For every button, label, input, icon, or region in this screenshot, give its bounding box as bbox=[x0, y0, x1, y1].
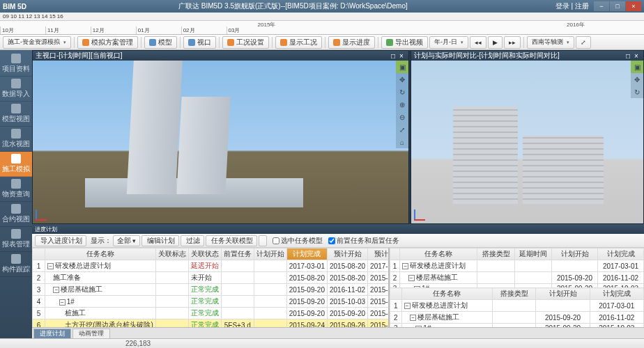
zoom-out-icon[interactable]: ⊖ bbox=[396, 111, 408, 123]
orbit-tool-icon[interactable]: ↻ bbox=[631, 86, 643, 98]
play-prev-button[interactable]: ◂◂ bbox=[470, 36, 486, 49]
col-header[interactable]: 计划开始 bbox=[552, 248, 598, 260]
col-header[interactable]: 任务名称 bbox=[401, 288, 492, 300]
table-row[interactable]: 2 −楼层基础施工2015-09-202016-11-02 bbox=[390, 312, 644, 324]
sidebar-item-构件跟踪[interactable]: 构件跟踪 bbox=[0, 252, 32, 277]
pan-tool-icon[interactable]: ✥ bbox=[631, 73, 643, 86]
zoom-in-icon[interactable]: ⊕ bbox=[396, 98, 408, 111]
table-row[interactable]: 5 桩施工正常完成2015-09-202015-09-202015-09-202… bbox=[33, 308, 390, 319]
sidebar-item-合约视图[interactable]: 合约视图 bbox=[0, 202, 32, 227]
table-row[interactable]: 3 −楼层基础施工正常完成2015-09-202016-11-022015-09… bbox=[33, 284, 390, 296]
minimize-button[interactable]: − bbox=[594, 1, 609, 11]
sidebar-item-报表管理[interactable]: 报表管理 bbox=[0, 227, 32, 252]
tree-toggle-icon[interactable]: − bbox=[410, 315, 416, 321]
date-format-combo[interactable]: 年-月-日 bbox=[429, 36, 468, 49]
table-row[interactable]: 4 −1#正常完成2015-09-202015-10-032015-09-202… bbox=[33, 296, 390, 308]
viewport-close-icon[interactable]: × bbox=[397, 52, 406, 60]
fullscreen-button[interactable]: ⤢ bbox=[576, 36, 591, 49]
col-header[interactable]: 计划开始 bbox=[536, 288, 590, 300]
module-icon bbox=[11, 54, 21, 63]
sidebar-item-项目资料[interactable]: 项目资料 bbox=[0, 52, 32, 77]
show-schedule-button[interactable]: 显示进度 bbox=[328, 36, 375, 49]
col-header[interactable]: 计划完成 bbox=[286, 248, 327, 260]
select-tool-icon[interactable]: ▣ bbox=[396, 61, 408, 73]
export-icon bbox=[386, 39, 393, 46]
sidebar-item-流水视图[interactable]: 流水视图 bbox=[0, 127, 32, 152]
tree-toggle-icon[interactable]: − bbox=[59, 299, 66, 306]
refresh-button[interactable] bbox=[259, 235, 267, 246]
tree-toggle-icon[interactable]: − bbox=[402, 263, 408, 269]
col-header[interactable]: 计划完成 bbox=[598, 248, 644, 260]
table-row[interactable]: 6 土方开挖(周边承台桩头破除)正常完成5FS+3 d2015-09-24201… bbox=[33, 319, 390, 328]
col-header[interactable]: 延期时间 bbox=[514, 248, 551, 260]
view-angle-combo[interactable]: 西南等轴测 bbox=[527, 36, 574, 49]
zoom-fit-icon[interactable]: ⤢ bbox=[396, 123, 408, 136]
tree-toggle-icon[interactable]: − bbox=[408, 275, 415, 281]
main-viewport[interactable]: 主视口-[计划时间][当前视口]□× ▣ ✥ ↻ ⊕ ⊖ ⤢ bbox=[32, 50, 409, 224]
col-header[interactable]: 关联标志 bbox=[155, 248, 188, 260]
col-header[interactable]: 任务名称 bbox=[400, 248, 477, 260]
login-link[interactable]: 登录 | 注册 bbox=[555, 1, 589, 11]
selected-task-checkbox[interactable]: 选中任务模型 bbox=[273, 236, 323, 246]
schedule-table[interactable]: 任务名称关联标志关联状态前置任务计划开始计划完成预计开始预计完成实际1−研发楼总… bbox=[32, 248, 390, 327]
table-row[interactable]: 1−研发楼总进度计划延迟开始2017-03-012015-08-202017-0… bbox=[33, 260, 390, 272]
viewport-max-icon[interactable]: □ bbox=[624, 52, 632, 60]
sidebar-item-施工模拟[interactable]: 施工模拟 bbox=[0, 152, 32, 177]
show-filter-combo[interactable]: 全部 ▾ bbox=[113, 235, 140, 246]
col-header[interactable] bbox=[390, 248, 400, 260]
home-view-icon[interactable]: ⌂ bbox=[396, 136, 408, 148]
workset-button[interactable]: 工况设置 bbox=[222, 36, 269, 49]
sidebar-item-数据导入[interactable]: 数据导入 bbox=[0, 77, 32, 102]
tree-toggle-icon[interactable]: − bbox=[47, 263, 54, 269]
close-button[interactable]: × bbox=[626, 1, 641, 11]
viewport-close-icon[interactable]: × bbox=[632, 52, 641, 60]
axis-gizmo[interactable] bbox=[414, 207, 428, 221]
select-tool-icon[interactable]: ▣ bbox=[631, 61, 643, 73]
schedule-section-header: 进度计划 bbox=[32, 224, 644, 234]
viewport-max-icon[interactable]: □ bbox=[389, 52, 397, 60]
table-row[interactable]: 2 施工准备未开始2015-08-202015-08-202015-08-20 bbox=[33, 272, 390, 284]
pan-tool-icon[interactable]: ✥ bbox=[396, 73, 408, 86]
tab-schedule[interactable]: 进度计划 bbox=[33, 329, 71, 338]
axis-gizmo[interactable] bbox=[36, 207, 49, 221]
compare-viewport[interactable]: 计划与实际时间对比-[计划时间和实际时间对比]□× ▣ ✥ ↻ bbox=[411, 50, 644, 224]
maximize-button[interactable]: □ bbox=[610, 1, 625, 11]
tree-toggle-icon[interactable]: − bbox=[53, 287, 59, 293]
tab-animation[interactable]: 动画管理 bbox=[72, 329, 110, 338]
sidebar-item-模型视图[interactable]: 模型视图 bbox=[0, 102, 32, 127]
sim-plan-button[interactable]: 模拟方案管理 bbox=[77, 36, 138, 49]
filter-button[interactable]: 过滤 bbox=[181, 235, 204, 246]
play-button[interactable]: ▶ bbox=[488, 36, 503, 49]
col-header[interactable]: 预计完成 bbox=[368, 248, 390, 260]
sidebar-item-物资查询[interactable]: 物资查询 bbox=[0, 177, 32, 202]
table-row[interactable]: 1−研发楼总进度计划2017-03-01 bbox=[390, 260, 644, 272]
sim-mode-combo[interactable]: 施工-资金资源模拟 bbox=[3, 36, 71, 49]
tree-toggle-icon[interactable]: − bbox=[404, 303, 411, 309]
import-plan-button[interactable]: 导入进度计划 bbox=[35, 235, 86, 246]
col-header[interactable]: 前置任务 bbox=[221, 248, 254, 260]
predecessor-checkbox[interactable]: 前置任务和后置任务 bbox=[328, 236, 399, 246]
link-model-button[interactable]: 任务关联模型 bbox=[206, 235, 257, 246]
col-header[interactable]: 搭接类型 bbox=[477, 248, 514, 260]
date-picker-strip[interactable]: 09 10 11 12 13 14 15 16 bbox=[0, 13, 644, 21]
table-row[interactable]: 2 −楼层基础施工2015-09-202016-11-02 bbox=[390, 272, 644, 284]
col-header[interactable]: 任务名称 bbox=[45, 248, 156, 260]
play-next-button[interactable]: ▸▸ bbox=[504, 36, 521, 49]
col-header[interactable]: 搭接类型 bbox=[492, 288, 535, 300]
table-row[interactable]: 1−研发楼总进度计划2017-03-01 bbox=[390, 300, 644, 312]
edit-plan-button[interactable]: 编辑计划 bbox=[141, 235, 179, 246]
col-header[interactable] bbox=[390, 288, 402, 300]
col-header[interactable] bbox=[33, 248, 45, 260]
show-work-button[interactable]: 显示工况 bbox=[275, 36, 322, 49]
col-header[interactable]: 关联状态 bbox=[188, 248, 221, 260]
timeline-ruler[interactable]: 2015年 2016年 10月 11月 12月 01月 02月 03月 bbox=[0, 21, 644, 35]
model-button[interactable]: 模型 bbox=[144, 36, 177, 49]
col-header[interactable]: 预计开始 bbox=[327, 248, 367, 260]
export-video-button[interactable]: 导出视频 bbox=[381, 36, 428, 49]
col-header[interactable]: 计划完成 bbox=[590, 288, 643, 300]
predecessor-table[interactable]: 任务名称搭接类型延期时间计划开始计划完成1−研发楼总进度计划2017-03-01… bbox=[390, 248, 644, 287]
viewport-button[interactable]: 视口 bbox=[183, 36, 216, 49]
orbit-tool-icon[interactable]: ↻ bbox=[396, 86, 408, 98]
col-header[interactable]: 计划开始 bbox=[254, 248, 286, 260]
successor-table[interactable]: 任务名称搭接类型计划开始计划完成1−研发楼总进度计划2017-03-012 −楼… bbox=[390, 287, 644, 327]
